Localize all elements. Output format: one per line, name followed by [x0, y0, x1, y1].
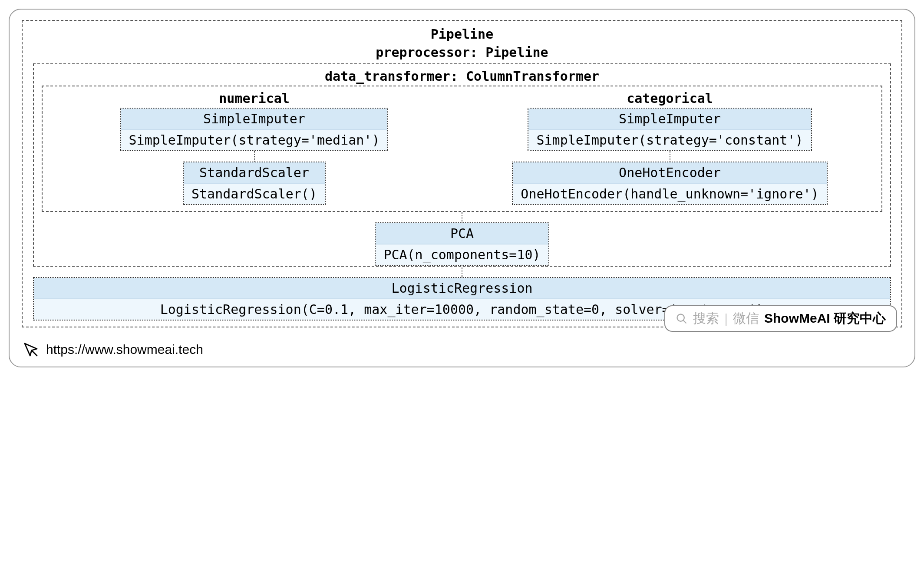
categorical-step-simpleimputer: SimpleImputer SimpleImputer(strategy='co…	[528, 108, 812, 151]
step-name: PCA	[376, 223, 548, 245]
pipeline-title: Pipeline	[29, 25, 895, 43]
numerical-step-standardscaler: StandardScaler StandardScaler()	[183, 162, 326, 205]
cursor-click-icon	[22, 340, 40, 359]
svg-line-1	[683, 320, 686, 323]
reducer-step-pca: PCA PCA(n_components=10)	[375, 222, 549, 266]
connector-line	[462, 267, 462, 277]
connector-line	[670, 151, 670, 162]
step-name: LogisticRegression	[34, 278, 890, 299]
step-detail: SimpleImputer(strategy='constant')	[528, 130, 811, 150]
reducer-stack: PCA PCA(n_components=10)	[40, 212, 884, 266]
categorical-step-onehotencoder: OneHotEncoder OneHotEncoder(handle_unkno…	[512, 162, 827, 205]
svg-line-2	[33, 351, 37, 356]
step-name: SimpleImputer	[121, 109, 388, 130]
connector-line	[462, 212, 462, 222]
search-text-1: 搜索	[693, 310, 719, 327]
search-text-2: 微信	[733, 310, 759, 327]
step-detail: StandardScaler()	[184, 184, 325, 204]
brand-name: ShowMeAI 研究中心	[764, 310, 886, 327]
step-name: StandardScaler	[184, 162, 325, 184]
footer-left: https://www.showmeai.tech	[22, 340, 203, 359]
transformer-columns: numerical SimpleImputer SimpleImputer(st…	[49, 91, 875, 205]
pipeline-box: Pipeline preprocessor: Pipeline data_tra…	[22, 20, 902, 327]
column-transformer-box: numerical SimpleImputer SimpleImputer(st…	[42, 86, 882, 212]
numerical-label: numerical	[219, 91, 290, 106]
step-detail: PCA(n_components=10)	[376, 245, 548, 265]
numerical-step-simpleimputer: SimpleImputer SimpleImputer(strategy='me…	[120, 108, 389, 151]
connector-line	[254, 151, 255, 162]
categorical-column: categorical SimpleImputer SimpleImputer(…	[466, 91, 874, 205]
wechat-search-pill: 搜索 | 微信 ShowMeAI 研究中心	[664, 305, 897, 332]
svg-point-0	[677, 314, 684, 321]
preprocessor-label: preprocessor: Pipeline	[29, 43, 895, 62]
data-transformer-label: data_transformer: ColumnTransformer	[40, 69, 884, 84]
step-name: SimpleImputer	[528, 109, 811, 130]
search-icon	[676, 313, 688, 325]
step-detail: OneHotEncoder(handle_unknown='ignore')	[513, 184, 826, 204]
footer: https://www.showmeai.tech	[22, 340, 902, 359]
step-detail: SimpleImputer(strategy='median')	[121, 130, 388, 150]
footer-url: https://www.showmeai.tech	[46, 342, 203, 357]
step-name: OneHotEncoder	[513, 162, 826, 184]
diagram-frame: Pipeline preprocessor: Pipeline data_tra…	[9, 9, 915, 367]
numerical-column: numerical SimpleImputer SimpleImputer(st…	[50, 91, 458, 205]
preprocessor-box: data_transformer: ColumnTransformer nume…	[33, 63, 891, 267]
categorical-label: categorical	[627, 91, 713, 106]
search-separator: |	[724, 311, 728, 326]
